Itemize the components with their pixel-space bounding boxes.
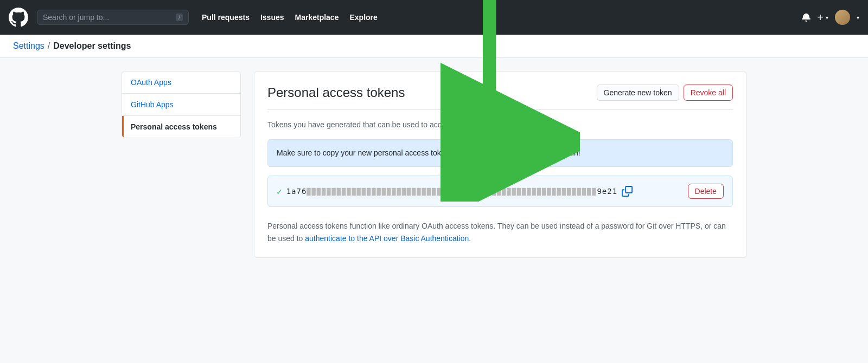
github-apps-nav-item[interactable]: GitHub Apps xyxy=(122,94,240,116)
avatar[interactable] xyxy=(835,10,850,25)
search-bar[interactable]: Search or jump to... / xyxy=(37,10,189,25)
github-logo-icon xyxy=(9,8,28,27)
token-redacted: ████████████████████████████████████████… xyxy=(307,188,597,196)
copy-icon[interactable] xyxy=(622,186,633,197)
oauth-apps-nav-item[interactable]: OAuth Apps xyxy=(122,72,240,94)
chevron-down-icon: ▾ xyxy=(826,15,828,21)
bell-icon xyxy=(802,13,810,22)
navbar-links: Pull requests Issues Marketplace Explore xyxy=(202,13,378,22)
footer-text-end: . xyxy=(469,234,471,243)
breadcrumb-separator: / xyxy=(48,41,50,51)
content-header: Personal access tokens Generate new toke… xyxy=(267,85,733,110)
navbar: Search or jump to... / Pull requests Iss… xyxy=(0,0,868,35)
search-shortcut-kbd: / xyxy=(176,14,183,21)
github-api-link[interactable]: GitHub API xyxy=(468,120,506,129)
pull-requests-link[interactable]: Pull requests xyxy=(202,13,250,22)
token-value-container: ✓ 1a76██████████████████████████████████… xyxy=(277,186,633,197)
explore-link[interactable]: Explore xyxy=(349,13,377,22)
basic-auth-link[interactable]: authenticate to the API over Basic Authe… xyxy=(305,234,469,243)
revoke-all-button[interactable]: Revoke all xyxy=(684,85,733,101)
new-menu-button[interactable]: + ▾ xyxy=(817,11,828,24)
description-part1: Tokens you have generated that can be us… xyxy=(267,120,468,129)
token-display: 1a76████████████████████████████████████… xyxy=(286,187,617,196)
plus-icon: + xyxy=(817,11,824,24)
alert-banner: Make sure to copy your new personal acce… xyxy=(267,139,733,167)
token-row: ✓ 1a76██████████████████████████████████… xyxy=(267,176,733,207)
check-icon: ✓ xyxy=(277,186,282,197)
breadcrumb-current: Developer settings xyxy=(53,41,131,51)
search-placeholder-text: Search or jump to... xyxy=(43,13,109,22)
footer-description: Personal access tokens function like ord… xyxy=(267,220,733,244)
main-container: OAuth Apps GitHub Apps Personal access t… xyxy=(108,71,760,258)
content-area: Personal access tokens Generate new toke… xyxy=(254,71,746,258)
description-part2: . xyxy=(506,120,508,129)
breadcrumb: Settings / Developer settings xyxy=(0,35,868,58)
notifications-button[interactable] xyxy=(802,13,810,22)
avatar-chevron-icon: ▾ xyxy=(857,15,859,21)
delete-token-button[interactable]: Delete xyxy=(688,184,724,199)
sidebar: OAuth Apps GitHub Apps Personal access t… xyxy=(122,71,241,138)
personal-access-tokens-nav-item[interactable]: Personal access tokens xyxy=(122,116,240,138)
generate-new-token-button[interactable]: Generate new token xyxy=(597,85,679,101)
issues-link[interactable]: Issues xyxy=(260,13,284,22)
content-actions: Generate new token Revoke all xyxy=(597,85,733,101)
page-title: Personal access tokens xyxy=(267,85,405,100)
alert-text: Make sure to copy your new personal acce… xyxy=(277,148,580,157)
navbar-right: + ▾ ▾ xyxy=(802,10,859,25)
settings-breadcrumb-link[interactable]: Settings xyxy=(13,41,44,51)
description-text: Tokens you have generated that can be us… xyxy=(267,119,733,131)
marketplace-link[interactable]: Marketplace xyxy=(295,13,339,22)
